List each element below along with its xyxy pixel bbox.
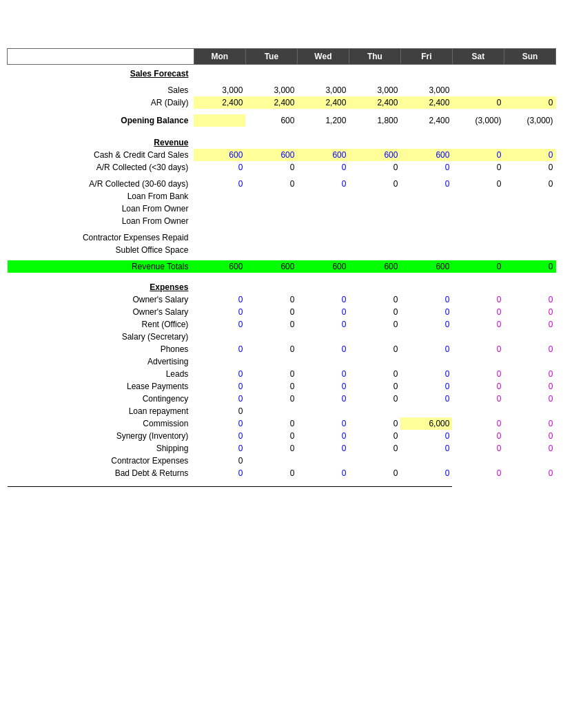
rent-office-row: Rent (Office) 0 0 0 0 0 0 0 (8, 318, 556, 331)
ar3060-sat: 0 (452, 178, 504, 190)
os2-sat: 0 (452, 306, 504, 318)
ccs-thu: 600 (349, 149, 400, 161)
lease-payments-label: Lease Payments (8, 380, 194, 393)
ar-mon: 2,400 (194, 96, 245, 109)
ro-thu: 0 (349, 318, 400, 331)
ar30-wed: 0 (297, 161, 349, 174)
lp-mon: 0 (194, 380, 245, 393)
syn-thu: 0 (349, 430, 400, 442)
lp-tue: 0 (245, 380, 297, 393)
bad-debt-row: Bad Debt & Returns 0 0 0 0 0 0 0 (8, 467, 556, 479)
bottom-border-row (8, 479, 556, 487)
syn-wed: 0 (297, 430, 349, 442)
ld-tue: 0 (245, 368, 297, 380)
lr-mon: 0 (194, 405, 245, 417)
bd-thu: 0 (349, 467, 400, 479)
header-thu: Thu (349, 48, 400, 64)
ccs-wed: 600 (297, 149, 349, 161)
opening-balance-row: Opening Balance 600 1,200 1,800 2,400 (3… (8, 114, 556, 127)
contractor-exp-row: Contractor Expenses Repaid (8, 231, 556, 244)
ccs-sat: 0 (452, 149, 504, 161)
ob-sat: (3,000) (452, 114, 504, 127)
os2-tue: 0 (245, 306, 297, 318)
ar-fri: 2,400 (400, 96, 452, 109)
cash-cc-sales-label: Cash & Credit Card Sales (8, 149, 194, 161)
lp-sun: 0 (504, 380, 555, 393)
ar-daily-label: AR (Daily) (8, 96, 194, 109)
sublet-label: Sublet Office Space (8, 244, 194, 256)
ccs-sun: 0 (504, 149, 555, 161)
syn-tue: 0 (245, 430, 297, 442)
ar3060-mon: 0 (194, 178, 245, 190)
rev-total-fri: 600 (400, 260, 452, 273)
cont-fri: 0 (400, 393, 452, 405)
synergy-row: Synergy (Inventory) 0 0 0 0 0 0 0 (8, 430, 556, 442)
contractor-exp-label: Contractor Expenses Repaid (8, 231, 194, 244)
sales-sat (452, 84, 504, 96)
cont-wed: 0 (297, 393, 349, 405)
ar-lt30-label: A/R Collected (<30 days) (8, 161, 194, 174)
expenses-title-row: Expenses (8, 281, 556, 293)
os2-thu: 0 (349, 306, 400, 318)
ro-tue: 0 (245, 318, 297, 331)
ph-sat: 0 (452, 343, 504, 355)
sales-thu: 3,000 (349, 84, 400, 96)
spacer-7 (8, 273, 556, 281)
rev-total-mon: 600 (194, 260, 245, 273)
shipping-label: Shipping (8, 442, 194, 455)
ph-fri: 0 (400, 343, 452, 355)
cash-cc-sales-row: Cash & Credit Card Sales 600 600 600 600… (8, 149, 556, 161)
header-tue: Tue (245, 48, 297, 64)
ar30-fri: 0 (400, 161, 452, 174)
contractor-expenses-label: Contractor Expenses (8, 455, 194, 467)
ship-tue: 0 (245, 442, 297, 455)
ob-wed: 1,200 (297, 114, 349, 127)
loan-bank-label: Loan From Bank (8, 190, 194, 202)
spacer-2 (8, 109, 556, 114)
comm-fri: 6,000 (400, 417, 452, 430)
rent-office-label: Rent (Office) (8, 318, 194, 331)
ar3060-wed: 0 (297, 178, 349, 190)
ar-sat: 0 (452, 96, 504, 109)
expenses-title: Expenses (8, 281, 194, 293)
spacer-row (8, 14, 556, 48)
sales-label: Sales (8, 84, 194, 96)
header-fri: Fri (400, 48, 452, 64)
ar-thu: 2,400 (349, 96, 400, 109)
owners-salary1-row: Owner's Salary 0 0 0 0 0 0 0 (8, 293, 556, 306)
shipping-row: Shipping 0 0 0 0 0 0 0 (8, 442, 556, 455)
ship-sat: 0 (452, 442, 504, 455)
ld-sat: 0 (452, 368, 504, 380)
comm-wed: 0 (297, 417, 349, 430)
rev-total-tue: 600 (245, 260, 297, 273)
leads-row: Leads 0 0 0 0 0 0 0 (8, 368, 556, 380)
lease-payments-row: Lease Payments 0 0 0 0 0 0 0 (8, 380, 556, 393)
owners-salary2-label: Owner's Salary (8, 306, 194, 318)
ld-mon: 0 (194, 368, 245, 380)
synergy-label: Synergy (Inventory) (8, 430, 194, 442)
ar-tue: 2,400 (245, 96, 297, 109)
sales-sun (504, 84, 555, 96)
comm-mon: 0 (194, 417, 245, 430)
loan-repayment-label: Loan repayment (8, 405, 194, 417)
salary-secretary-label: Salary (Secretary) (8, 331, 194, 343)
cont-mon: 0 (194, 393, 245, 405)
cont-sat: 0 (452, 393, 504, 405)
lp-wed: 0 (297, 380, 349, 393)
rev-total-sat: 0 (452, 260, 504, 273)
commission-label: Commission (8, 417, 194, 430)
ph-mon: 0 (194, 343, 245, 355)
comm-tue: 0 (245, 417, 297, 430)
leads-label: Leads (8, 368, 194, 380)
ship-wed: 0 (297, 442, 349, 455)
ld-fri: 0 (400, 368, 452, 380)
os2-sun: 0 (504, 306, 555, 318)
advertising-row: Advertising (8, 355, 556, 368)
cont-thu: 0 (349, 393, 400, 405)
os2-mon: 0 (194, 306, 245, 318)
contractor-expenses-row: Contractor Expenses 0 (8, 455, 556, 467)
syn-sat: 0 (452, 430, 504, 442)
sales-wed: 3,000 (297, 84, 349, 96)
ar3060-tue: 0 (245, 178, 297, 190)
ccs-mon: 600 (194, 149, 245, 161)
